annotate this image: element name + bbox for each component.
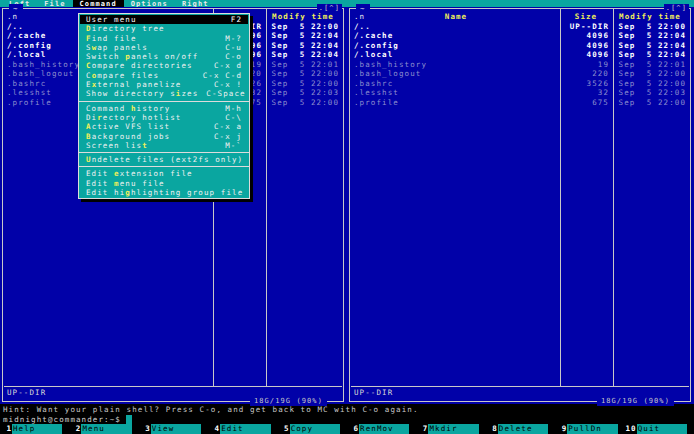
fkey-view[interactable]: 3View [139,424,208,434]
fkey-number: 9 [555,424,567,434]
shell-prompt: midnight@commander:~$ [3,415,121,424]
file-name: /.local [352,50,560,60]
fkey-number: 5 [278,424,290,434]
menu-item-shortcut: C-x ! [206,80,242,89]
file-name: .bashrc [352,79,560,89]
menu-item-undelete-files-ext2fs-only[interactable]: Undelete files (ext2fs only) [80,155,248,164]
menu-item-label: Compare files [86,71,159,80]
fkey-renmov[interactable]: 6RenMov [347,424,416,434]
menu-item-label: Edit extension file [86,169,193,178]
fkey-label: Delete [498,424,548,434]
menu-item-directory-tree[interactable]: Directory tree [80,24,248,33]
fkey-label: PullDn [567,424,617,434]
file-mtime: Sep 5 22:03 [265,88,341,98]
menu-item-compare-directories[interactable]: Compare directoriesC-x d [80,61,248,70]
right-panel-frame: ~ .[^] 18G/19G (90%) .n Name Size Modify… [349,8,691,402]
menu-item-active-vfs-list[interactable]: Active VFS listC-x a [80,122,248,131]
column-header-mtime[interactable]: Modify time [612,12,688,22]
fkey-label: Edit [220,424,270,434]
menu-item-label: Edit highlighting group file [86,188,243,197]
menu-item-compare-files[interactable]: Compare filesC-x C-d [80,71,248,80]
file-mtime: Sep 5 22:04 [612,50,688,60]
menu-item-external-panelize[interactable]: External panelizeC-x ! [80,80,248,89]
file-row-bashrc[interactable]: .bashrc3526Sep 5 22:00 [352,79,688,89]
fkey-number: 7 [416,424,428,434]
menu-item-label: Active VFS list [86,122,170,131]
file-row-lesshst[interactable]: .lesshst32Sep 5 22:03 [352,88,688,98]
fkey-pulldn[interactable]: 9PullDn [555,424,624,434]
menu-item-edit-highlighting-group-file[interactable]: Edit highlighting group file [80,188,248,197]
menu-item-shortcut: C-x C-d [195,71,242,80]
right-panel: ~ .[^] 18G/19G (90%) .n Name Size Modify… [347,7,694,404]
file-row-config[interactable]: /.config4096Sep 5 22:04 [352,41,688,51]
file-mtime: Sep 5 22:00 [265,69,341,79]
file-size: 32 [560,88,612,98]
menu-item-shortcut: M-? [217,34,242,43]
menu-item-label: External panelize [86,80,181,89]
right-file-list: /..UP--DIRSep 5 22:00/.cache4096Sep 5 22… [352,22,688,108]
right-mini-status: UP--DIR [351,386,689,398]
menu-item-edit-menu-file[interactable]: Edit menu file [80,179,248,188]
file-name: .bash_history [352,60,560,70]
file-row-bash-history[interactable]: .bash_history19Sep 5 22:01 [352,60,688,70]
menu-separator [79,150,249,155]
fkey-delete[interactable]: 8Delete [486,424,555,434]
hint-line: Hint: Want your plain shell? Press C-o, … [3,405,694,414]
menu-item-background-jobs[interactable]: Background jobsC-x j [80,132,248,141]
fkey-number: 8 [486,424,498,434]
menu-item-label: Switch panels on/off [86,52,198,61]
menu-item-command-history[interactable]: Command historyM-h [80,104,248,113]
fkey-copy[interactable]: 5Copy [278,424,347,434]
file-name: /.. [352,22,560,32]
menu-item-swap-panels[interactable]: Swap panelsC-u [80,43,248,52]
fkey-quit[interactable]: 10Quit [625,424,694,434]
fkey-number: 3 [139,424,151,434]
sort-indicator: .n [7,12,18,22]
fkey-label: Help [12,424,62,434]
file-row-bash-logout[interactable]: .bash_logout220Sep 5 22:00 [352,69,688,79]
fkey-number: 4 [208,424,220,434]
panel-empty-area [352,107,688,386]
menu-separator [79,99,249,104]
fkey-number: 1 [0,424,12,434]
file-mtime: Sep 5 22:00 [612,79,688,89]
menu-item-shortcut: C-x j [206,132,242,141]
file-row-[interactable]: /..UP--DIRSep 5 22:00 [352,22,688,32]
menu-item-shortcut: C-u [217,43,242,52]
file-mtime: Sep 5 22:04 [612,31,688,41]
function-key-bar: 1Help2Menu3View4Edit5Copy6RenMov7Mkdir8D… [0,424,694,434]
menu-item-shortcut: C-x a [206,122,242,131]
file-mtime: Sep 5 22:04 [265,50,341,60]
menu-item-label: Swap panels [86,43,148,52]
file-mtime: Sep 5 22:03 [612,88,688,98]
menu-item-label: Directory tree [86,24,165,33]
menu-item-edit-extension-file[interactable]: Edit extension file [80,169,248,178]
menu-item-shortcut: M-` [217,141,242,150]
menu-item-shortcut: M-h [217,104,242,113]
menu-item-show-directory-sizes[interactable]: Show directory sizesC-Space [80,89,248,98]
menu-item-user-menu[interactable]: User menuF2 [80,15,248,24]
fkey-label: Menu [81,424,131,434]
file-row-profile[interactable]: .profile675Sep 5 22:00 [352,98,688,108]
fkey-number: 2 [69,424,81,434]
file-mtime: Sep 5 22:04 [612,41,688,51]
menu-item-shortcut: C-Space [198,89,245,98]
column-header-size[interactable]: Size [560,12,612,22]
fkey-edit[interactable]: 4Edit [208,424,277,434]
file-mtime: Sep 5 22:00 [612,69,688,79]
file-row-cache[interactable]: /.cache4096Sep 5 22:04 [352,31,688,41]
menu-item-switch-panels-on-off[interactable]: Switch panels on/offC-o [80,52,248,61]
column-header-mtime[interactable]: Modify time [265,12,341,22]
menu-item-screen-list[interactable]: Screen listM-` [80,141,248,150]
fkey-menu[interactable]: 2Menu [69,424,138,434]
file-size: 675 [560,98,612,108]
menu-item-directory-hotlist[interactable]: Directory hotlistC-\ [80,113,248,122]
file-mtime: Sep 5 22:04 [265,31,341,41]
menu-item-find-file[interactable]: Find fileM-? [80,34,248,43]
column-header-name[interactable]: Name [352,12,560,22]
fkey-help[interactable]: 1Help [0,424,69,434]
file-mtime: Sep 5 22:01 [265,60,341,70]
fkey-label: Mkdir [428,424,478,434]
file-row-local[interactable]: /.local4096Sep 5 22:04 [352,50,688,60]
fkey-mkdir[interactable]: 7Mkdir [416,424,485,434]
